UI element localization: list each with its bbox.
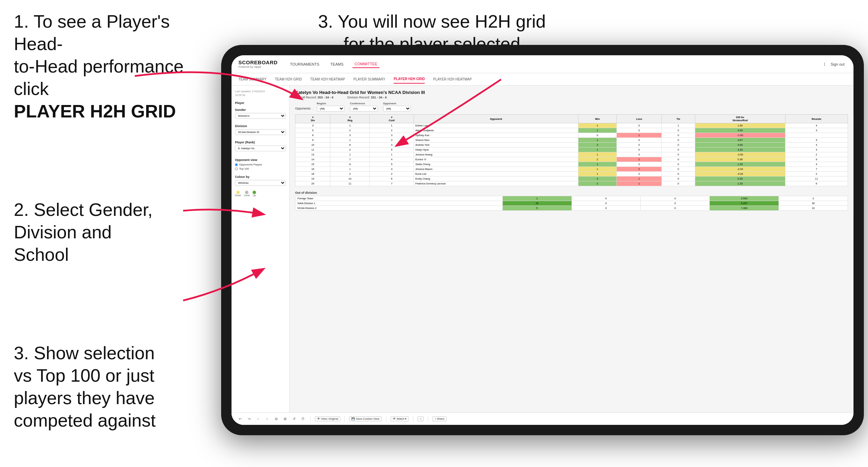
table-row: 6 3 3 Sydney Kuo 0 1 0 -1.00: [295, 133, 848, 138]
table-row: 13 1 1 Jessica Huang 1 0 0 -3.00 2: [295, 152, 848, 157]
save-custom-view-btn[interactable]: 💾 Save Custom View: [349, 416, 381, 421]
undo-icon[interactable]: ↩: [237, 416, 243, 422]
table-row: 16 1 3 Jessica Mason 1 2 0 -0.94 7: [295, 167, 848, 172]
toolbar-sep1: [310, 416, 311, 422]
main-nav: TOURNAMENTS TEAMS COMMITTEE: [288, 60, 824, 68]
bottom-toolbar: ↩ ↪ ‹ › ⧉ ⊞ ↺ ⏱ 👁 View: Original 💾 Save …: [232, 412, 853, 425]
sidebar-timestamp: Last Updated: 27/03/2024 16:55:38: [235, 90, 286, 97]
legend-label-up: Up: [253, 194, 256, 197]
subnav-player-h2h-grid[interactable]: PLAYER H2H GRID: [394, 75, 425, 84]
region-filter-select[interactable]: (All): [317, 106, 345, 112]
table-row: 14 7 4 Eunice Yi 2 2 0 0.38 9: [295, 157, 848, 162]
h2h-title: Katelyn Vo Head-to-Head Grid for Women's…: [295, 90, 848, 95]
colour-by-select[interactable]: Win/loss: [235, 180, 286, 186]
sidebar: Last Updated: 27/03/2024 16:55:38 Player…: [232, 86, 290, 425]
table-row: 9 1 4 Sharon Mun 1 0 0 3.67 3: [295, 138, 848, 143]
th-win: Win: [578, 115, 616, 123]
th-loss: Loss: [617, 115, 662, 123]
share-btn[interactable]: ↑ Share: [432, 416, 447, 421]
sign-out-button[interactable]: Sign out: [829, 61, 847, 68]
out-of-division-section: Out of division Foreign Team 1 0 0 4.500…: [295, 191, 848, 211]
legend-label-down: Down: [235, 194, 241, 197]
nav-teams[interactable]: TEAMS: [328, 61, 346, 68]
table-row: 11 2 5 Heejo Hyun 1 0 0 3.33 3: [295, 147, 848, 152]
toolbar-sep4: [413, 416, 413, 422]
conference-filter-group: Conference (All): [350, 102, 378, 112]
step1-block: 1. To see a Player's Head- to-Head perfo…: [14, 10, 200, 123]
step2-text: 2. Select Gender, Division and School: [14, 199, 200, 266]
opponent-filter-label: Opponent: [383, 102, 411, 105]
player-rank-label: Player (Rank): [235, 141, 286, 144]
player-rank-select[interactable]: 8. Katelyn Vo: [235, 145, 286, 151]
save-icon: 💾: [351, 417, 355, 420]
opponent-view-group: Opponents Played Top 100: [235, 163, 286, 170]
view-original-btn[interactable]: 👁 View: Original: [315, 416, 340, 421]
watch-btn[interactable]: 👁 Watch ▾: [390, 416, 409, 421]
subnav-player-summary[interactable]: PLAYER SUMMARY: [353, 75, 385, 83]
region-filter-label: Region: [317, 102, 345, 105]
th-tie: Tie: [662, 115, 695, 123]
subnav-team-summary[interactable]: TEAM SUMMARY: [238, 75, 267, 83]
forward-icon[interactable]: ›: [264, 416, 270, 422]
out-div-row: Foreign Team 1 0 0 4.500 2: [295, 196, 848, 201]
table-row: 3 1 1 Esther Lee 1 0 1 1.50 4: [295, 123, 848, 128]
subnav-team-h2h-grid[interactable]: TEAM H2H GRID: [275, 75, 302, 83]
tablet-frame: SCOREBOARD Powered by clippd TOURNAMENTS…: [221, 45, 864, 435]
table-row: 19 10 6 Emily Chang 4 1 0 0.30 11: [295, 177, 848, 181]
records-row: Overall Record: 353 - 34 - 6 Division Re…: [295, 96, 848, 99]
th-reg: #Reg: [330, 115, 370, 123]
opponent-filter-group: Opponent (All): [383, 102, 411, 112]
nav-committee[interactable]: COMMITTEE: [352, 60, 379, 68]
subnav-team-h2h-heatmap[interactable]: TEAM H2H HEATMAP: [310, 75, 345, 83]
nav-tournaments[interactable]: TOURNAMENTS: [288, 61, 321, 68]
gender-label: Gender: [235, 108, 286, 112]
logo: SCOREBOARD Powered by clippd: [238, 60, 277, 68]
legend-dot-up: [253, 191, 256, 194]
player-section-label: Player: [235, 101, 286, 105]
step1-bold: PLAYER H2H GRID: [14, 101, 176, 121]
radio-top100[interactable]: Top 100: [235, 167, 286, 170]
view-icon: 👁: [317, 417, 320, 420]
main-content: Last Updated: 27/03/2024 16:55:38 Player…: [232, 86, 853, 425]
th-conf: #Conf: [370, 115, 414, 123]
back-icon[interactable]: ‹: [255, 416, 261, 422]
th-div: #Div: [295, 115, 330, 123]
table-row: 18 2 2 Euna Lee 1 0 0 -5.00 2: [295, 172, 848, 177]
h2h-table: #Div #Reg #Conf Opponent Win Loss Tie Di…: [295, 114, 848, 186]
out-div-row: NAIA Division 1 15 0 0 9.267 30: [295, 201, 848, 206]
download-btn[interactable]: ↓: [417, 416, 424, 421]
division-select[interactable]: NCAA Division III: [235, 129, 286, 135]
region-filter-group: Region (All): [317, 102, 345, 112]
sub-nav: TEAM SUMMARY TEAM H2H GRID TEAM H2H HEAT…: [232, 73, 853, 86]
watch-icon: 👁: [393, 417, 396, 420]
content-area: Katelyn Vo Head-to-Head Grid for Women's…: [290, 86, 853, 425]
opponent-view-label: Opponent view: [235, 158, 286, 162]
table-row: 20 11 7 Federica Domecq Lacroze 2 1 0 1.…: [295, 181, 848, 186]
tablet-screen: SCOREBOARD Powered by clippd TOURNAMENTS…: [232, 55, 853, 425]
filter-section: Opponents: Region (All) Conference (All): [295, 102, 848, 112]
legend-dot-down: [236, 191, 240, 194]
gender-select[interactable]: Women's: [235, 113, 286, 119]
copy-icon[interactable]: ⧉: [273, 416, 279, 422]
overall-record: Overall Record: 353 - 34 - 6: [295, 96, 333, 99]
table-row: 5 2 2 Alexis Sudjianto 1 0 0 4.00 3: [295, 128, 848, 133]
out-div-table: Foreign Team 1 0 0 4.500 2 NAIA Division…: [295, 196, 848, 211]
division-record: Division Record: 331 - 34 - 6: [347, 96, 387, 99]
toolbar-sep3: [386, 416, 386, 422]
left-instructions: 1. To see a Player's Head- to-Head perfo…: [0, 0, 214, 452]
clock-icon[interactable]: ⏱: [300, 416, 306, 422]
paste-icon[interactable]: ⊞: [282, 416, 288, 422]
step3a-text: 3. Show selection vs Top 100 or just pla…: [14, 342, 200, 432]
refresh-icon[interactable]: ↺: [291, 416, 297, 422]
toolbar-sep2: [345, 416, 345, 422]
legend-label-level: Level: [244, 194, 250, 197]
redo-icon[interactable]: ↪: [246, 416, 252, 422]
radio-opponents-played[interactable]: Opponents Played: [235, 163, 286, 166]
opponent-filter-select[interactable]: (All): [383, 106, 411, 112]
table-row: 15 8 5 Stella Cheng 1 0 0 1.25 4: [295, 162, 848, 167]
header-right: | Sign out: [824, 61, 847, 68]
conference-filter-select[interactable]: (All): [350, 106, 378, 112]
table-row: 10 6 3 Andrea York 2 0 0 4.00 4: [295, 143, 848, 147]
opponents-label: Opponents:: [295, 107, 311, 110]
subnav-player-h2h-heatmap[interactable]: PLAYER H2H HEATMAP: [433, 75, 472, 83]
